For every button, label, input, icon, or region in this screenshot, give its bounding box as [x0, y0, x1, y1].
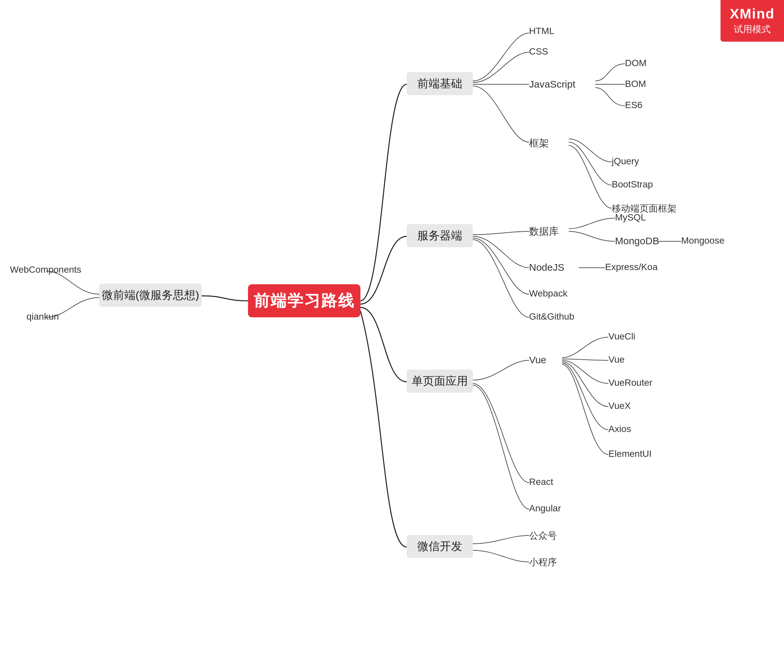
- node-mysql: MySQL: [615, 212, 646, 223]
- es6-label: ES6: [625, 100, 642, 110]
- jquery-label: jQuery: [612, 156, 639, 167]
- node-vue-group: Vue: [529, 354, 546, 366]
- expresskoa-label: Express/Koa: [605, 262, 658, 272]
- react-label: React: [529, 476, 553, 487]
- bootstrap-label: BootStrap: [612, 179, 653, 190]
- node-react: React: [529, 476, 553, 487]
- bom-label: BOM: [625, 79, 646, 89]
- mysql-label: MySQL: [615, 212, 646, 223]
- node-nodejs: NodeJS: [529, 262, 565, 273]
- branch-weiqianduan: 微前端(微服务思想): [99, 284, 202, 307]
- node-webcomponents: WebComponents: [10, 264, 81, 275]
- mongodb-label: MongoDB: [615, 235, 659, 247]
- shujuku-label: 数据库: [529, 225, 559, 238]
- vue-group-label: Vue: [529, 354, 546, 366]
- kuangjia-label: 框架: [529, 137, 549, 150]
- node-gongzhonghao: 公众号: [529, 529, 557, 542]
- vuerouter-label: VueRouter: [608, 377, 652, 388]
- vuecli-label: VueCli: [608, 331, 635, 342]
- axios-label: Axios: [608, 424, 631, 435]
- danyemian-label: 单页面应用: [412, 374, 468, 389]
- node-mongodb: MongoDB: [615, 235, 659, 247]
- webpack-label: Webpack: [529, 288, 568, 299]
- node-webpack: Webpack: [529, 288, 568, 299]
- node-qiankun: qiankun: [26, 311, 59, 322]
- node-vue: Vue: [608, 354, 625, 365]
- javascript-label: JavaScript: [529, 79, 576, 90]
- gitgithub-label: Git&Github: [529, 311, 574, 322]
- node-vuecli: VueCli: [608, 331, 635, 342]
- branch-danyemian: 单页面应用: [407, 369, 473, 393]
- node-vuerouter: VueRouter: [608, 377, 652, 388]
- xmind-badge: XMind 试用模式: [720, 0, 784, 42]
- css-label: CSS: [529, 46, 548, 57]
- node-css: CSS: [529, 46, 548, 57]
- node-bom: BOM: [625, 79, 646, 89]
- central-node: 前端学习路线: [248, 284, 361, 317]
- weixinkaifa-label: 微信开发: [417, 539, 462, 554]
- node-html: HTML: [529, 26, 554, 36]
- node-jquery: jQuery: [612, 156, 639, 167]
- node-es6: ES6: [625, 100, 642, 110]
- node-mongoose: Mongoose: [681, 235, 725, 246]
- branch-weixinkaifa: 微信开发: [407, 535, 473, 558]
- node-angular: Angular: [529, 503, 561, 514]
- vue-label: Vue: [608, 354, 625, 365]
- nodejs-label: NodeJS: [529, 262, 565, 273]
- qianduanjichu-label: 前端基础: [417, 76, 462, 91]
- gongzhonghao-label: 公众号: [529, 529, 557, 542]
- mindmap-svg: [0, 0, 784, 672]
- node-axios: Axios: [608, 424, 631, 435]
- node-shujuku: 数据库: [529, 225, 559, 238]
- angular-label: Angular: [529, 503, 561, 514]
- branch-qianduanjichu: 前端基础: [407, 72, 473, 95]
- node-gitgithub: Git&Github: [529, 311, 574, 322]
- weiqianduan-label: 微前端(微服务思想): [102, 287, 199, 303]
- branch-fuwuqiduan: 服务器端: [407, 224, 473, 247]
- node-vuex: VueX: [608, 400, 631, 411]
- mongoose-label: Mongoose: [681, 235, 725, 246]
- node-javascript: JavaScript: [529, 79, 576, 90]
- node-xiaochengxu: 小程序: [529, 556, 557, 568]
- qiankun-label: qiankun: [26, 311, 59, 322]
- fuwuqiduan-label: 服务器端: [417, 228, 462, 243]
- webcomponents-label: WebComponents: [10, 264, 81, 275]
- elementui-label: ElementUI: [608, 449, 652, 459]
- xmind-subtitle: 试用模式: [730, 23, 775, 36]
- central-label: 前端学习路线: [254, 290, 355, 311]
- html-label: HTML: [529, 26, 554, 36]
- dom-label: DOM: [625, 58, 646, 68]
- node-kuangjia: 框架: [529, 137, 549, 150]
- node-dom: DOM: [625, 58, 646, 68]
- xmind-title: XMind: [730, 6, 775, 22]
- node-elementui: ElementUI: [608, 449, 652, 459]
- xiaochengxu-label: 小程序: [529, 556, 557, 568]
- node-bootstrap: BootStrap: [612, 179, 653, 190]
- vuex-label: VueX: [608, 400, 631, 411]
- node-expresskoa: Express/Koa: [605, 262, 658, 272]
